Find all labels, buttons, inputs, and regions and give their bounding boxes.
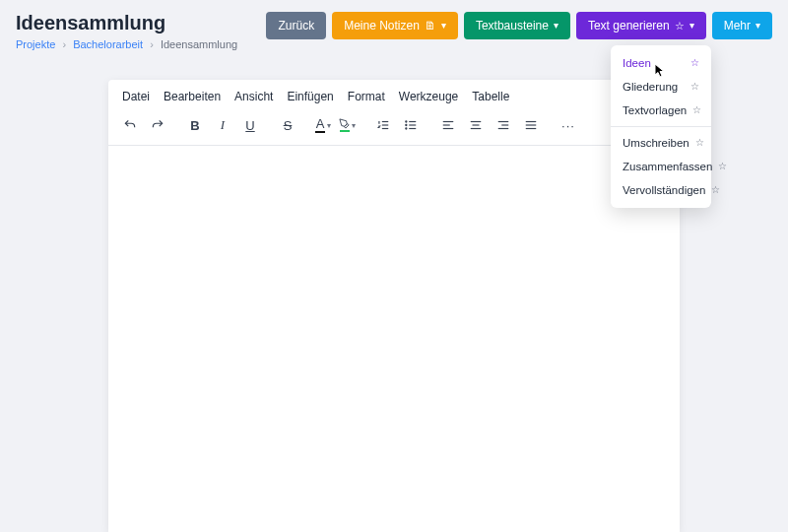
generate-text-button[interactable]: Text generieren ☆ ▾ xyxy=(576,12,706,39)
editor-canvas[interactable] xyxy=(108,146,680,532)
dropdown-item-umschreiben[interactable]: Umschreiben ☆ xyxy=(611,131,711,155)
dropdown-item-label: Zusammenfassen xyxy=(623,161,712,172)
strikethrough-icon[interactable]: S xyxy=(278,115,297,135)
dropdown-item-label: Gliederung xyxy=(623,81,678,93)
align-center-icon[interactable] xyxy=(466,115,486,135)
menu-tabelle[interactable]: Tabelle xyxy=(472,90,509,103)
menu-format[interactable]: Format xyxy=(348,90,385,103)
svg-point-7 xyxy=(406,124,407,125)
star-icon: ☆ xyxy=(695,138,704,148)
chevron-down-icon: ▾ xyxy=(690,21,694,31)
menu-werkzeuge[interactable]: Werkzeuge xyxy=(399,90,458,103)
more-button-label: Mehr xyxy=(724,19,751,33)
editor-menubar: Datei Bearbeiten Ansicht Einfügen Format… xyxy=(108,80,680,109)
bold-icon[interactable]: B xyxy=(185,115,205,135)
page-title: Ideensammlung xyxy=(16,12,237,34)
breadcrumb-item: Ideensammlung xyxy=(161,38,237,50)
breadcrumb-item[interactable]: Bachelorarbeit xyxy=(73,38,143,50)
chevron-down-icon: ▾ xyxy=(554,21,558,31)
align-right-icon[interactable] xyxy=(493,115,513,135)
dropdown-item-label: Umschreiben xyxy=(623,137,690,149)
svg-point-8 xyxy=(406,128,407,129)
dropdown-item-textvorlagen[interactable]: Textvorlagen ☆ xyxy=(611,99,711,122)
chevron-down-icon: ▾ xyxy=(352,121,356,130)
chevron-down-icon: ▾ xyxy=(441,21,446,31)
divider xyxy=(611,126,711,127)
generate-text-button-label: Text generieren xyxy=(588,19,670,33)
text-color-icon[interactable]: A ▾ xyxy=(315,115,331,135)
redo-icon[interactable] xyxy=(148,115,167,135)
dropdown-item-label: Textvorlagen xyxy=(623,104,687,116)
align-left-icon[interactable] xyxy=(438,115,458,135)
editor: Datei Bearbeiten Ansicht Einfügen Format… xyxy=(108,80,680,532)
svg-point-6 xyxy=(406,121,407,122)
chevron-down-icon: ▾ xyxy=(327,121,331,130)
document-icon: 🗎 xyxy=(425,20,436,32)
more-button[interactable]: Mehr ▾ xyxy=(712,12,772,39)
breadcrumb: Projekte › Bachelorarbeit › Ideensammlun… xyxy=(16,38,237,50)
more-tools-icon[interactable]: ··· xyxy=(558,115,578,135)
dropdown-item-vervollstaendigen[interactable]: Vervollständigen ☆ xyxy=(611,178,711,202)
ordered-list-icon[interactable] xyxy=(373,115,393,135)
back-button-label: Zurück xyxy=(278,19,314,33)
dropdown-item-gliederung[interactable]: Gliederung ☆ xyxy=(611,75,711,99)
menu-datei[interactable]: Datei xyxy=(122,90,150,103)
menu-einfuegen[interactable]: Einfügen xyxy=(287,90,333,103)
star-icon: ☆ xyxy=(718,162,727,171)
dropdown-item-ideen[interactable]: Ideen ☆ xyxy=(611,51,711,75)
dropdown-item-label: Vervollständigen xyxy=(623,184,705,196)
unordered-list-icon[interactable] xyxy=(401,115,421,135)
highlight-color-icon[interactable]: ▾ xyxy=(339,115,356,135)
chevron-right-icon: › xyxy=(62,38,66,50)
dropdown-item-label: Ideen xyxy=(623,57,651,69)
breadcrumb-item[interactable]: Projekte xyxy=(16,38,55,50)
generate-text-dropdown: Ideen ☆ Gliederung ☆ Textvorlagen ☆ Umsc… xyxy=(611,45,711,208)
text-blocks-button-label: Textbausteine xyxy=(476,19,549,33)
undo-icon[interactable] xyxy=(120,115,140,135)
chevron-down-icon: ▾ xyxy=(755,21,760,31)
menu-bearbeiten[interactable]: Bearbeiten xyxy=(164,90,221,103)
dropdown-item-zusammenfassen[interactable]: Zusammenfassen ☆ xyxy=(611,155,711,178)
editor-toolbar: B I U S A ▾ ▾ xyxy=(108,109,680,146)
notes-button[interactable]: Meine Notizen 🗎 ▾ xyxy=(332,12,458,39)
star-icon: ☆ xyxy=(690,58,699,68)
star-icon: ☆ xyxy=(675,21,685,32)
italic-icon[interactable]: I xyxy=(213,115,232,135)
star-icon: ☆ xyxy=(711,185,720,195)
notes-button-label: Meine Notizen xyxy=(344,19,420,33)
back-button[interactable]: Zurück xyxy=(266,12,326,39)
star-icon: ☆ xyxy=(690,82,699,92)
underline-icon[interactable]: U xyxy=(240,115,260,135)
align-justify-icon[interactable] xyxy=(521,115,541,135)
menu-ansicht[interactable]: Ansicht xyxy=(234,90,273,103)
text-blocks-button[interactable]: Textbausteine ▾ xyxy=(464,12,570,39)
chevron-right-icon: › xyxy=(150,38,154,50)
star-icon: ☆ xyxy=(692,105,701,115)
